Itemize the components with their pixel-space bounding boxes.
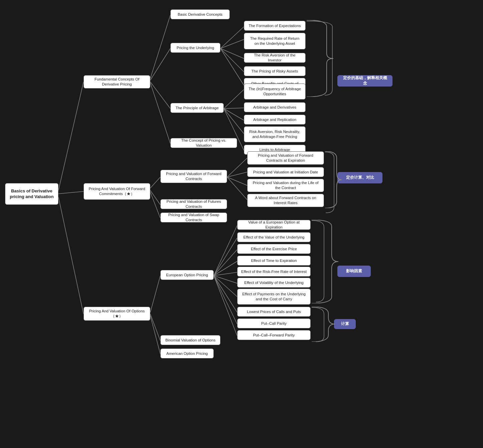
label-dingjijisuan: 定价计算、对比 <box>337 172 382 183</box>
pricing-forward-contracts-node: Pricing and Valuation of Forward Contrac… <box>160 170 227 183</box>
svg-line-30 <box>214 261 237 276</box>
svg-line-34 <box>214 276 237 312</box>
svg-line-17 <box>150 177 160 188</box>
basic-deriv-node: Basic Derivative Concepts <box>170 9 230 19</box>
svg-line-24 <box>150 276 160 312</box>
pv-forward-expiration-node: Pricing and Valuation of Forward Contrac… <box>247 151 324 165</box>
svg-line-22 <box>227 177 247 185</box>
svg-line-32 <box>214 276 237 283</box>
svg-line-27 <box>214 226 237 276</box>
svg-line-20 <box>227 158 247 177</box>
risk-aversion-node: The Risk Aversion of the Investor <box>244 53 306 63</box>
word-forward-node: A Word about Forward Contracts on Intere… <box>247 194 324 207</box>
risk-neutrality-node: Risk Aversion, Risk Neutrality, and Arbi… <box>244 126 306 142</box>
pricing-swap-node: Pricing and Valuation of Swap Contracts <box>160 212 227 222</box>
svg-line-28 <box>214 238 237 276</box>
european-option-node: European Option Pricing <box>160 270 214 280</box>
svg-line-21 <box>227 172 247 177</box>
effect-time-expiration-node: Effect of Time to Expiration <box>237 256 311 266</box>
concept-pricing-node: The Concept of Pricing vs. Valuation <box>170 138 237 148</box>
value-european-node: Value of a European Option at Expiration <box>237 220 311 230</box>
bracket-european-factors <box>312 220 342 303</box>
arbitrage-derivatives-node: Arbitrage and Derivatives <box>244 102 306 112</box>
svg-line-18 <box>150 190 160 205</box>
effect-volatility-node: Effect of Volatility of the Underlying <box>237 278 311 288</box>
required-rate-node: The Required Rate of Return on the Under… <box>244 33 306 49</box>
effect-exercise-price-node: Effect of the Exercise Price <box>237 244 311 254</box>
svg-line-19 <box>150 192 160 218</box>
pv-life-node: Pricing and Valuation during the Life of… <box>247 179 324 192</box>
formation-expectations-node: The Formation of Expectations <box>244 21 306 31</box>
svg-line-5 <box>150 82 170 109</box>
svg-line-1 <box>58 191 84 194</box>
svg-line-11 <box>220 48 244 85</box>
pricing-futures-node: Pricing and Valuation of Futures Contrac… <box>160 199 227 209</box>
bracket-parity <box>312 307 338 342</box>
svg-line-14 <box>224 109 244 120</box>
american-option-node: American Option Pricing <box>160 348 214 358</box>
mindmap-canvas: Basics of Derivative pricing and Valuati… <box>0 0 483 448</box>
svg-line-9 <box>220 48 244 58</box>
svg-line-2 <box>58 197 84 314</box>
svg-line-25 <box>150 314 160 341</box>
svg-line-8 <box>220 39 244 48</box>
effect-risk-free-node: Effect of the Risk-Free Rate of Interest <box>237 267 311 277</box>
svg-line-6 <box>150 83 170 144</box>
bracket-forward <box>325 151 342 208</box>
pricing-options-node: Pricing And Valuation Of Options（★） <box>84 307 150 321</box>
svg-line-23 <box>227 177 247 200</box>
svg-line-33 <box>214 276 237 297</box>
svg-line-12 <box>224 90 244 109</box>
root-node: Basics of Derivative pricing and Valuati… <box>5 183 58 205</box>
svg-line-15 <box>224 109 244 134</box>
pricing-forward-commitments-node: Pricing And Valuation Of Forward Commitm… <box>84 183 150 200</box>
pv-initiation-node: Pricing and Valuation at Initiation Date <box>247 167 324 177</box>
svg-line-36 <box>214 276 237 336</box>
bracket-fundamental <box>307 20 340 97</box>
svg-line-4 <box>150 48 170 80</box>
pricing-underlying-node: Pricing the Underlying <box>170 43 220 53</box>
svg-line-3 <box>150 15 170 79</box>
svg-line-10 <box>220 48 244 72</box>
effect-payments-node: Effect of Payments on the Underlying and… <box>237 289 311 305</box>
binomial-val-node: Binomial Valuation of Options <box>160 335 220 345</box>
svg-line-35 <box>214 276 237 324</box>
arbitrage-replication-node: Arbitrage and Replication <box>244 115 306 125</box>
fundamental-node: Fundamental Concepts Of Derivative Prici… <box>84 75 150 89</box>
infrequency-node: The (In)Frequency of Arbitrage Opportuni… <box>244 84 306 100</box>
label-yingxiangyinsu: 影响因素 <box>337 266 371 277</box>
lowest-prices-node: Lowest Prices of Calls and Puts <box>237 307 311 317</box>
svg-line-0 <box>58 82 84 190</box>
label-dingjiajichu: 定价的基础，解释相关概念 <box>337 75 392 87</box>
effect-value-underlying-node: Effect of the Value of the Underlying <box>237 232 311 242</box>
svg-line-7 <box>220 27 244 48</box>
svg-line-26 <box>150 316 160 354</box>
pricing-risky-node: The Pricing of Risky Assets <box>244 66 306 76</box>
put-call-forward-node: Put–Call–Forward Parity <box>237 330 311 340</box>
principle-arbitrage-node: The Principle of Arbitrage <box>170 103 224 113</box>
put-call-parity-node: Put–Call Parity <box>237 318 311 328</box>
svg-line-13 <box>224 108 244 109</box>
svg-line-29 <box>214 250 237 276</box>
svg-line-31 <box>214 272 237 276</box>
